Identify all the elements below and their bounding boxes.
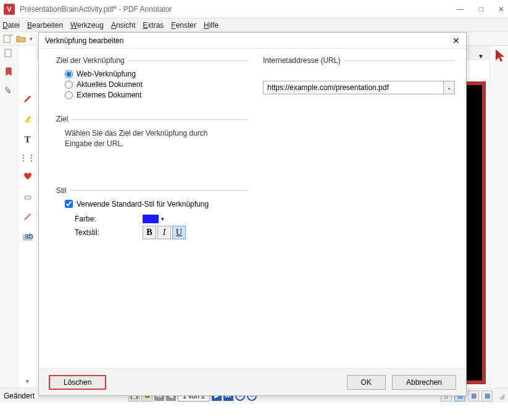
delete-button[interactable]: Löschen bbox=[49, 375, 106, 390]
tab-overflow[interactable]: ▾ bbox=[476, 52, 486, 60]
status-changed: Geändert bbox=[4, 392, 35, 400]
new-doc-icon[interactable]: ✶ bbox=[2, 34, 12, 44]
underline-button[interactable]: U bbox=[172, 226, 186, 239]
radio-external-doc-input[interactable] bbox=[65, 91, 73, 99]
side-panel-strip bbox=[0, 46, 19, 388]
italic-button[interactable]: I bbox=[157, 226, 171, 239]
pen-red-icon[interactable] bbox=[23, 94, 33, 105]
section-target: Ziel bbox=[56, 115, 248, 123]
menu-edit[interactable]: Bearbeiten bbox=[27, 21, 63, 30]
radio-web-link-input[interactable] bbox=[65, 70, 73, 78]
corner-grip-icon: ◢ bbox=[499, 392, 504, 400]
section-target-type: Ziel der Verknüpfung bbox=[56, 56, 248, 65]
window-controls: — □ ✕ bbox=[457, 5, 504, 14]
cancel-button[interactable]: Abbrechen bbox=[392, 375, 456, 390]
section-url: Internetaddresse (URL) bbox=[263, 56, 455, 65]
dialog-right-column: Internetaddresse (URL) ⌄ bbox=[263, 56, 455, 368]
menu-bar: Datei Bearbeiten Werkzeug Ansicht Extras… bbox=[0, 19, 508, 32]
toolcol-caret[interactable]: ▾ bbox=[26, 378, 29, 384]
radio-current-doc-input[interactable] bbox=[65, 81, 73, 89]
open-folder-icon[interactable] bbox=[16, 34, 26, 44]
pencil-edit-icon[interactable] bbox=[23, 212, 33, 223]
text-box-icon[interactable]: abI bbox=[23, 232, 33, 244]
color-row: Farbe: ▾ bbox=[75, 215, 248, 223]
menu-view[interactable]: Ansicht bbox=[111, 21, 135, 30]
minimize-button[interactable]: — bbox=[457, 5, 464, 14]
menu-tool[interactable]: Werkzeug bbox=[70, 21, 104, 30]
svg-text:abI: abI bbox=[25, 232, 33, 241]
eraser-icon[interactable] bbox=[23, 191, 33, 203]
window-title: PresentationBrainActivity.pdf* - PDF Ann… bbox=[20, 5, 172, 14]
svg-rect-3 bbox=[5, 49, 11, 57]
radio-web-link[interactable]: Web-Verknüpfung bbox=[65, 70, 248, 78]
svg-text:✶: ✶ bbox=[9, 34, 12, 39]
cursor-big-icon[interactable] bbox=[494, 48, 505, 59]
page-thumb-icon[interactable] bbox=[4, 48, 15, 59]
highlighter-icon[interactable] bbox=[23, 114, 33, 126]
radio-external-doc[interactable]: Externes Dokument bbox=[65, 91, 248, 99]
text-tool-icon[interactable]: T bbox=[24, 134, 30, 145]
menu-extras[interactable]: Extras bbox=[143, 21, 164, 30]
section-style: Stil bbox=[56, 186, 248, 195]
dialog-left-column: Ziel der Verknüpfung Web-Verknüpfung Akt… bbox=[56, 56, 248, 368]
dialog-footer: Löschen OK Abbrechen bbox=[39, 368, 466, 395]
dots-icon[interactable]: ⋮⋮ bbox=[20, 154, 36, 162]
menu-help[interactable]: Hilfe bbox=[204, 21, 219, 30]
titlebar: V PresentationBrainActivity.pdf* - PDF A… bbox=[0, 0, 508, 19]
url-dropdown-caret[interactable]: ⌄ bbox=[444, 81, 455, 94]
dialog-titlebar: Verknüpfung bearbeiten ✕ bbox=[39, 33, 466, 49]
maximize-button[interactable]: □ bbox=[479, 5, 483, 14]
use-default-style-checkbox[interactable]: Verwende Standard-Stil für Verknüpfung bbox=[65, 200, 248, 208]
dialog-close-icon[interactable]: ✕ bbox=[452, 36, 460, 46]
color-swatch[interactable] bbox=[143, 215, 159, 223]
edit-link-dialog: Verknüpfung bearbeiten ✕ Ziel der Verknü… bbox=[38, 32, 467, 396]
tool-column: T ⋮⋮ abI ▾ bbox=[19, 46, 37, 388]
textstyle-row: Textstil: B I U bbox=[75, 226, 248, 239]
url-field-wrapper: ⌄ bbox=[263, 81, 455, 94]
svg-rect-5 bbox=[25, 196, 31, 199]
dialog-title: Verknüpfung bearbeiten bbox=[45, 36, 123, 45]
use-default-style-input[interactable] bbox=[65, 200, 73, 208]
menu-file[interactable]: Datei bbox=[2, 21, 20, 30]
app-icon: V bbox=[4, 4, 15, 15]
heart-stamp-icon[interactable] bbox=[23, 171, 33, 183]
ok-button[interactable]: OK bbox=[347, 375, 386, 390]
layout-grid-icon[interactable]: ▩ bbox=[481, 390, 493, 401]
bookmark-icon[interactable] bbox=[4, 67, 15, 78]
right-tool-strip bbox=[489, 46, 508, 388]
layout-two-page-icon[interactable]: ▦ bbox=[468, 390, 479, 401]
bold-button[interactable]: B bbox=[143, 226, 156, 239]
url-input[interactable] bbox=[263, 81, 444, 94]
close-button[interactable]: ✕ bbox=[498, 5, 504, 14]
toolbar-caret[interactable]: ▾ bbox=[30, 36, 33, 42]
color-dropdown-caret[interactable]: ▾ bbox=[161, 216, 164, 222]
radio-current-doc[interactable]: Aktuelles Dokument bbox=[65, 80, 248, 89]
menu-window[interactable]: Fenster bbox=[171, 21, 196, 30]
target-help-text: Wählen Sie das Ziel der Verknüpfung durc… bbox=[65, 128, 213, 149]
attachment-icon[interactable] bbox=[4, 85, 15, 96]
